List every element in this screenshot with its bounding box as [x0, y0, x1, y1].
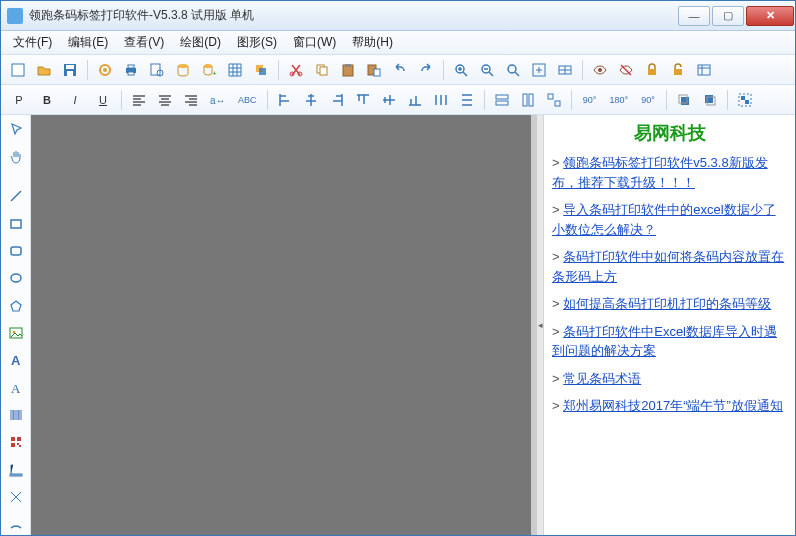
close-button[interactable]: ✕ [746, 6, 794, 26]
database-button[interactable] [172, 59, 194, 81]
font-plain-button[interactable]: P [7, 89, 31, 111]
rect-tool[interactable] [5, 213, 27, 234]
paste-button[interactable] [337, 59, 359, 81]
undo-button[interactable] [389, 59, 411, 81]
align-obj-hcenter-button[interactable] [300, 89, 322, 111]
align-obj-top-button[interactable] [352, 89, 374, 111]
rotate-180-button[interactable]: 180° [606, 89, 633, 111]
svg-rect-0 [12, 64, 24, 76]
svg-rect-40 [681, 97, 689, 105]
font-underline-button[interactable]: U [91, 89, 115, 111]
rotate-right-button[interactable]: 90° [636, 89, 660, 111]
arrow-icon: > [552, 398, 563, 413]
select-tool[interactable] [5, 119, 27, 140]
news-link[interactable]: 条码打印软件中如何将条码内容放置在条形码上方 [552, 249, 784, 284]
font-italic-button[interactable]: I [63, 89, 87, 111]
distribute-v-button[interactable] [456, 89, 478, 111]
news-link[interactable]: 条码打印软件中Excel数据库导入时遇到问题的解决方案 [552, 324, 777, 359]
text-tool[interactable]: A [5, 350, 27, 371]
open-button[interactable] [33, 59, 55, 81]
database-add-button[interactable]: + [198, 59, 220, 81]
align-right-button[interactable] [180, 89, 202, 111]
send-back-button[interactable] [699, 89, 721, 111]
menu-shapes[interactable]: 图形(S) [229, 31, 285, 54]
zoom-out-button[interactable] [476, 59, 498, 81]
align-center-button[interactable] [154, 89, 176, 111]
svg-rect-31 [674, 69, 682, 75]
svg-text:A: A [11, 381, 21, 396]
print-preview-button[interactable] [146, 59, 168, 81]
char-spacing-button[interactable]: a↔b [206, 89, 230, 111]
ruler-tool[interactable] [5, 459, 27, 480]
bring-front-button[interactable] [673, 89, 695, 111]
roundrect-tool[interactable] [5, 240, 27, 261]
align-obj-left-button[interactable] [274, 89, 296, 111]
svg-rect-30 [648, 69, 656, 75]
distribute-h-button[interactable] [430, 89, 452, 111]
menu-window[interactable]: 窗口(W) [285, 31, 344, 54]
text-abc-button[interactable]: ABC [234, 89, 261, 111]
menu-view[interactable]: 查看(V) [116, 31, 172, 54]
hide-button[interactable] [615, 59, 637, 81]
window-title: 领跑条码标签打印软件-V5.3.8 试用版 单机 [29, 7, 677, 24]
font-bold-button[interactable]: B [35, 89, 59, 111]
diagonal-tool[interactable] [5, 486, 27, 507]
settings-button[interactable] [94, 59, 116, 81]
align-left-button[interactable] [128, 89, 150, 111]
pan-tool[interactable] [5, 146, 27, 167]
align-obj-bottom-button[interactable] [404, 89, 426, 111]
print-button[interactable] [120, 59, 142, 81]
align-obj-right-button[interactable] [326, 89, 348, 111]
paste-special-button[interactable] [363, 59, 385, 81]
canvas-area[interactable] [31, 115, 537, 535]
show-button[interactable] [589, 59, 611, 81]
cut-button[interactable] [285, 59, 307, 81]
ellipse-tool[interactable] [5, 268, 27, 289]
news-link[interactable]: 导入条码打印软件中的excel数据少了小数位怎么解决？ [552, 202, 776, 237]
news-link[interactable]: 领跑条码标签打印软件v5.3.8新版发布，推荐下载升级！！！ [552, 155, 768, 190]
svg-rect-36 [523, 94, 527, 106]
barcode-tool[interactable] [5, 404, 27, 425]
copy-button[interactable] [311, 59, 333, 81]
new-button[interactable] [7, 59, 29, 81]
app-icon [7, 8, 23, 24]
zoom-in-button[interactable] [450, 59, 472, 81]
toolbar-main: + [1, 55, 795, 85]
grid-button[interactable] [224, 59, 246, 81]
arc-tool[interactable] [5, 514, 27, 535]
menu-file[interactable]: 文件(F) [5, 31, 60, 54]
lock-button[interactable] [641, 59, 663, 81]
svg-point-49 [11, 274, 21, 282]
same-height-button[interactable] [517, 89, 539, 111]
svg-rect-46 [745, 100, 749, 104]
maximize-button[interactable]: ▢ [712, 6, 744, 26]
news-link[interactable]: 常见条码术语 [563, 371, 641, 386]
menu-edit[interactable]: 编辑(E) [60, 31, 116, 54]
unlock-button[interactable] [667, 59, 689, 81]
qrcode-tool[interactable] [5, 432, 27, 453]
minimize-button[interactable]: — [678, 6, 710, 26]
save-button[interactable] [59, 59, 81, 81]
zoom-button[interactable] [502, 59, 524, 81]
svg-rect-58 [19, 445, 21, 447]
properties-button[interactable] [693, 59, 715, 81]
polygon-tool[interactable] [5, 295, 27, 316]
arrow-icon: > [552, 155, 563, 170]
news-link[interactable]: 如何提高条码打印机打印的条码等级 [563, 296, 771, 311]
zoom-100-button[interactable] [554, 59, 576, 81]
line-tool[interactable] [5, 186, 27, 207]
menu-help[interactable]: 帮助(H) [344, 31, 401, 54]
layers-button[interactable] [250, 59, 272, 81]
same-width-button[interactable] [491, 89, 513, 111]
menu-draw[interactable]: 绘图(D) [172, 31, 229, 54]
image-tool[interactable] [5, 322, 27, 343]
svg-rect-19 [320, 67, 327, 75]
same-size-button[interactable] [543, 89, 565, 111]
zoom-fit-button[interactable] [528, 59, 550, 81]
align-obj-vcenter-button[interactable] [378, 89, 400, 111]
richtext-tool[interactable]: A [5, 377, 27, 398]
rotate-left-button[interactable]: 90° [578, 89, 602, 111]
news-link[interactable]: 郑州易网科技2017年“端午节”放假通知 [563, 398, 783, 413]
group-button[interactable] [734, 89, 756, 111]
redo-button[interactable] [415, 59, 437, 81]
